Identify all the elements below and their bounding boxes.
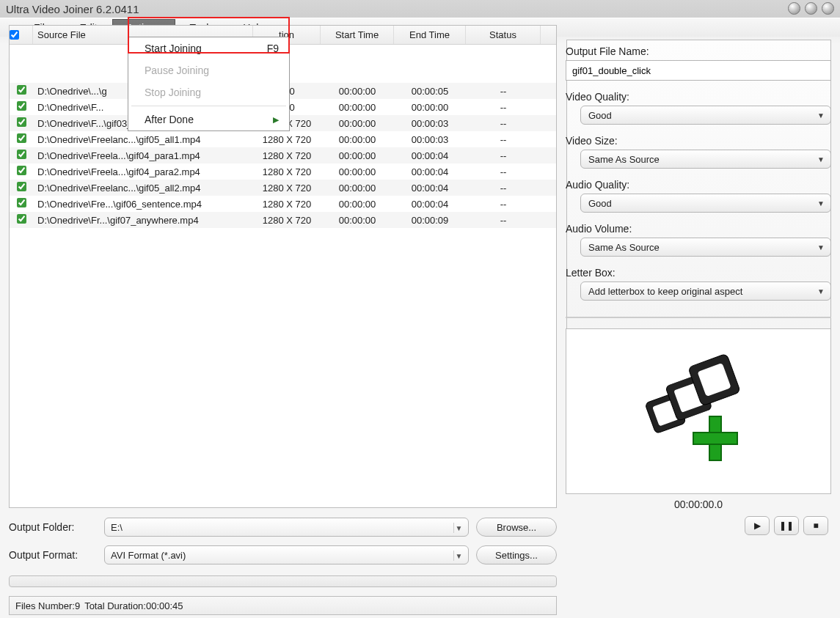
row-end: 00:00:04: [394, 199, 466, 210]
actions-dropdown: Start Joining F9 Pause Joining Stop Join…: [128, 37, 290, 131]
audio-quality-value: Good: [588, 198, 612, 209]
menu-start-joining[interactable]: Start Joining F9: [128, 37, 289, 59]
col-start-time[interactable]: Start Time: [321, 26, 394, 44]
row-checkbox[interactable]: [10, 198, 33, 210]
app-logo-icon: [636, 349, 761, 474]
audio-quality-select[interactable]: Good▼: [580, 194, 831, 213]
preview-play-button[interactable]: ▶: [745, 516, 770, 535]
browse-button[interactable]: Browse...: [476, 518, 557, 537]
row-checkbox[interactable]: [10, 85, 33, 97]
row-start: 00:00:00: [321, 150, 394, 161]
row-checkbox[interactable]: [10, 214, 33, 226]
row-file: D:\Onedrive\Freelanc...\gif05_all2.mp4: [33, 183, 253, 194]
preview-box: [566, 328, 831, 494]
row-end: 00:00:03: [394, 134, 466, 145]
table-row[interactable]: D:\Onedrive\Freela...\gif04_para2.mp4128…: [10, 163, 556, 180]
row-file: D:\Onedrive\Freela...\gif04_para2.mp4: [33, 166, 253, 177]
video-quality-select[interactable]: Good▼: [580, 106, 831, 125]
row-start: 00:00:00: [321, 183, 394, 194]
menu-after-done-label: After Done: [145, 114, 194, 125]
row-status: --: [466, 118, 541, 129]
output-name-input[interactable]: [566, 60, 831, 81]
row-status: --: [466, 150, 541, 161]
video-size-label: Video Size:: [566, 135, 831, 147]
col-end-time[interactable]: End Time: [394, 26, 466, 44]
menu-pause-joining-label: Pause Joining: [145, 65, 209, 76]
menu-pause-joining: Pause Joining: [128, 59, 289, 81]
menu-stop-joining: Stop Joining: [128, 81, 289, 103]
status-file-count: Files Number:9: [15, 600, 80, 611]
row-file: D:\Onedrive\Freelanc...\gif05_all1.mp4: [33, 134, 253, 145]
preview-time: 00:00:00.0: [566, 499, 831, 510]
menu-separator: [131, 106, 286, 106]
table-row[interactable]: D:\Onedrive\Freelanc...\gif05_all2.mp412…: [10, 180, 556, 196]
col-status[interactable]: Status: [466, 26, 541, 44]
row-checkbox[interactable]: [10, 117, 33, 129]
row-status: --: [466, 102, 541, 113]
chevron-down-icon: ▼: [453, 523, 464, 533]
col-checkbox[interactable]: [10, 26, 33, 44]
row-end: 00:00:05: [394, 86, 466, 97]
preview-pause-button[interactable]: ❚❚: [774, 516, 799, 535]
output-format-value: AVI Format (*.avi): [111, 550, 186, 561]
submenu-arrow-icon: ▶: [273, 115, 279, 125]
output-folder-combo[interactable]: E:\ ▼: [104, 518, 469, 537]
table-row[interactable]: D:\Onedrive\Fr...\gif07_anywhere.mp41280…: [10, 212, 556, 228]
output-format-label: Output Format:: [9, 549, 97, 561]
output-format-combo[interactable]: AVI Format (*.avi) ▼: [104, 545, 469, 564]
row-file: D:\Onedrive\Fre...\gif06_sentence.mp4: [33, 199, 253, 210]
row-file: D:\Onedrive\Fr...\gif07_anywhere.mp4: [33, 215, 253, 226]
row-start: 00:00:00: [321, 134, 394, 145]
preview-stop-button[interactable]: ■: [803, 516, 828, 535]
status-duration: Total Duration:00:00:45: [84, 600, 183, 611]
table-row[interactable]: D:\Onedrive\Fre...\gif06_sentence.mp4128…: [10, 196, 556, 212]
row-start: 00:00:00: [321, 86, 394, 97]
table-row[interactable]: D:\Onedrive\Freela...\gif04_para1.mp4128…: [10, 147, 556, 163]
chevron-down-icon: ▼: [817, 155, 825, 163]
main-area: Source File tion Start Time End Time Sta…: [0, 82, 840, 618]
row-resolution: 1280 X 720: [253, 199, 321, 210]
row-end: 00:00:04: [394, 166, 466, 177]
chevron-down-icon: ▼: [453, 551, 464, 561]
row-checkbox[interactable]: [10, 166, 33, 177]
maximize-button[interactable]: [805, 2, 817, 15]
row-resolution: 1280 X 720: [253, 166, 321, 177]
output-settings: Output Folder: E:\ ▼ Browse... Output Fo…: [9, 514, 557, 615]
row-end: 00:00:03: [394, 118, 466, 129]
row-checkbox[interactable]: [10, 133, 33, 145]
audio-volume-select[interactable]: Same As Source▼: [580, 238, 831, 257]
row-start: 00:00:00: [321, 199, 394, 210]
video-quality-label: Video Quality:: [566, 91, 831, 103]
chevron-down-icon: ▼: [817, 199, 825, 207]
row-start: 00:00:00: [321, 102, 394, 113]
menu-start-joining-label: Start Joining: [145, 43, 202, 54]
row-status: --: [466, 215, 541, 226]
divider: [566, 317, 831, 318]
table-row[interactable]: D:\Onedrive\Freelanc...\gif05_all1.mp412…: [10, 131, 556, 147]
close-button[interactable]: [822, 2, 834, 15]
settings-button[interactable]: Settings...: [476, 545, 557, 564]
row-start: 00:00:00: [321, 166, 394, 177]
row-end: 00:00:00: [394, 102, 466, 113]
row-end: 00:00:04: [394, 150, 466, 161]
row-status: --: [466, 86, 541, 97]
row-file: D:\Onedrive\Freela...\gif04_para1.mp4: [33, 150, 253, 161]
row-checkbox[interactable]: [10, 150, 33, 161]
menu-after-done[interactable]: After Done ▶: [128, 108, 289, 130]
title-bar: Ultra Video Joiner 6.2.0411: [0, 0, 840, 18]
chevron-down-icon: ▼: [817, 111, 825, 119]
row-checkbox[interactable]: [10, 182, 33, 194]
progress-bar: [9, 575, 557, 587]
row-status: --: [466, 183, 541, 194]
audio-volume-label: Audio Volume:: [566, 223, 831, 235]
row-resolution: 1280 X 720: [253, 134, 321, 145]
letterbox-select[interactable]: Add letterbox to keep original aspect▼: [580, 282, 831, 301]
letterbox-label: Letter Box:: [566, 267, 831, 279]
video-size-select[interactable]: Same As Source▼: [580, 150, 831, 169]
row-status: --: [466, 166, 541, 177]
row-checkbox[interactable]: [10, 101, 33, 113]
row-status: --: [466, 199, 541, 210]
row-start: 00:00:00: [321, 215, 394, 226]
minimize-button[interactable]: [788, 2, 800, 15]
svg-rect-13: [710, 433, 720, 444]
